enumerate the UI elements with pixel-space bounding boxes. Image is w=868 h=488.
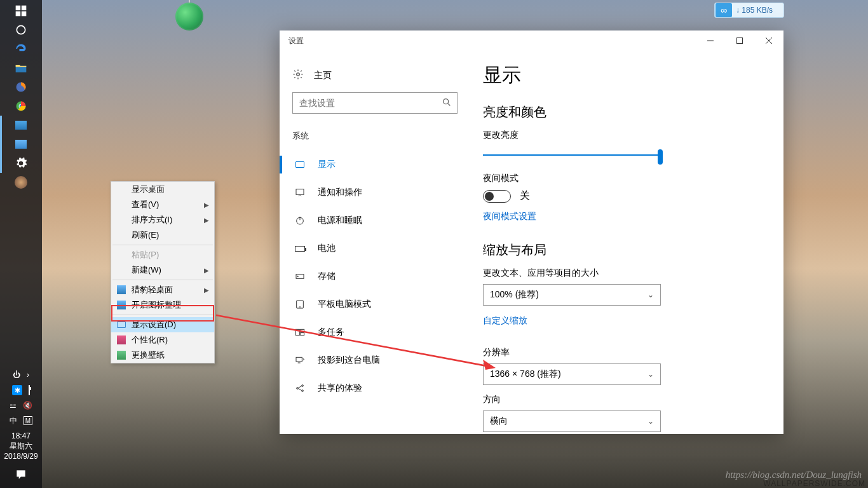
app-icon-1[interactable] (0, 116, 42, 135)
nav-multitask[interactable]: 多任务 (292, 318, 458, 346)
toggle-knob (485, 192, 494, 201)
night-mode-link[interactable]: 夜间模式设置 (483, 211, 536, 222)
ctx-show-desktop[interactable]: 显示桌面 (111, 182, 214, 197)
settings-taskbar-icon[interactable] (0, 154, 42, 173)
svg-point-22 (297, 276, 298, 276)
chevron-right-icon: ▶ (204, 217, 209, 224)
cortana-icon[interactable] (0, 20, 42, 39)
nav-display[interactable]: 显示 (292, 151, 458, 179)
scale-select[interactable]: 100% (推荐)⌄ (483, 284, 661, 306)
personalize-icon (116, 335, 126, 345)
slider-track (483, 154, 661, 156)
close-button[interactable] (754, 30, 783, 51)
search-input[interactable] (293, 93, 457, 113)
network-speed-widget[interactable]: ∞ ↓ 185 KB/s (714, 3, 784, 18)
nav-battery[interactable]: 电池 (292, 234, 458, 262)
explorer-icon[interactable] (0, 58, 42, 78)
separator (112, 280, 213, 280)
globe-decoration (175, 3, 203, 30)
ctx-wallpaper[interactable]: 更换壁纸 (111, 348, 214, 363)
svg-point-4 (17, 25, 25, 34)
chevron-right-icon: ▶ (204, 267, 209, 274)
firefox-icon[interactable] (0, 78, 42, 97)
night-mode-label: 夜间模式 (483, 173, 759, 184)
nav-shared[interactable]: 共享的体验 (292, 374, 458, 402)
ctx-view[interactable]: 查看(V)▶ (111, 197, 214, 212)
clock-date: 2018/9/29 (4, 451, 37, 461)
taskbar: ⏻› ✱ ⚍🔇 中M 18:47 星期六 2018/9/29 (0, 0, 42, 488)
wifi-icon[interactable]: ⚍ (10, 401, 17, 410)
clock-day: 星期六 (4, 441, 37, 451)
brightness-label: 更改亮度 (483, 130, 759, 141)
tray-row-1[interactable]: ⏻› (0, 367, 42, 383)
desktop-context-menu: 显示桌面 查看(V)▶ 排序方式(I)▶ 刷新(E) 粘贴(P) 新建(W)▶ … (111, 181, 215, 363)
night-mode-toggle[interactable] (483, 190, 511, 203)
slider-thumb[interactable] (658, 149, 663, 165)
maximize-button[interactable] (725, 30, 754, 51)
ctx-sort[interactable]: 排序方式(I)▶ (111, 212, 214, 227)
custom-scale-link[interactable]: 自定义缩放 (483, 315, 527, 327)
ime-row[interactable]: 中M (0, 413, 42, 428)
search-icon (442, 97, 452, 110)
nav-power[interactable]: 电源和睡眠 (292, 207, 458, 234)
ctx-personalize[interactable]: 个性化(R) (111, 332, 214, 348)
chevron-right-icon: ▶ (204, 201, 209, 208)
start-button[interactable] (0, 1, 42, 20)
ime-indicator[interactable]: 中 (10, 416, 17, 426)
edge-icon[interactable] (0, 39, 42, 58)
ctx-display-settings[interactable]: 显示设置(D) (111, 317, 214, 332)
user-avatar-icon[interactable] (0, 173, 42, 192)
orientation-select[interactable]: 横向⌄ (483, 410, 661, 432)
watermark-site: WALLPAPERSWIDE.COM (763, 479, 865, 488)
settings-content: 显示 亮度和颜色 更改亮度 夜间模式 关 夜间模式设置 缩放与布局 更改文本、应… (470, 51, 783, 434)
chevron-down-icon: ⌄ (648, 417, 654, 426)
battery-icon (294, 246, 306, 252)
svg-point-16 (444, 99, 449, 104)
ctx-refresh[interactable]: 刷新(E) (111, 227, 214, 243)
resolution-label: 分辨率 (483, 347, 759, 358)
nav-storage[interactable]: 存储 (292, 262, 458, 290)
nav-tablet[interactable]: 平板电脑模式 (292, 290, 458, 318)
minimize-button[interactable] (696, 30, 725, 51)
gear-icon (292, 69, 304, 82)
tray-app-icon[interactable]: ✱ (12, 385, 22, 395)
notification-icon (294, 187, 306, 198)
tray-row-3[interactable]: ⚍🔇 (0, 398, 42, 413)
chevron-right-icon: ▶ (204, 287, 209, 294)
scale-label: 更改文本、应用等项目的大小 (483, 268, 759, 279)
network-speed-value: 185 KB/s (742, 6, 773, 15)
ctx-icon-arrange[interactable]: 开启图标整理 (111, 297, 214, 313)
nav-notifications[interactable]: 通知和操作 (292, 179, 458, 207)
chrome-icon[interactable] (0, 97, 42, 116)
tablet-icon (294, 299, 306, 309)
app-icon-2[interactable] (0, 135, 42, 154)
multitask-icon (294, 327, 306, 337)
desktop[interactable]: ∞ ↓ 185 KB/s ⏻› ✱ ⚍🔇 中M 18:47 星期六 (0, 0, 868, 488)
action-center-icon[interactable] (0, 465, 42, 484)
toggle-state: 关 (520, 189, 530, 203)
volume-icon[interactable]: 🔇 (23, 401, 32, 410)
ctx-new[interactable]: 新建(W)▶ (111, 262, 214, 278)
ime-mode[interactable]: M (24, 416, 32, 425)
tray-row-2[interactable]: ✱ (0, 383, 42, 398)
brightness-slider[interactable] (483, 146, 661, 164)
chevron-down-icon: ⌄ (648, 290, 654, 299)
svg-rect-27 (301, 333, 304, 336)
power-icon[interactable]: ⏻ (13, 370, 20, 379)
chevron-right-icon[interactable]: › (27, 370, 29, 379)
taskbar-clock[interactable]: 18:47 星期六 2018/9/29 (4, 431, 37, 461)
settings-search[interactable] (292, 92, 458, 114)
svg-rect-0 (16, 6, 21, 11)
svg-line-17 (448, 104, 450, 105)
ctx-paste: 粘贴(P) (111, 247, 214, 262)
grid-icon (116, 300, 126, 310)
ctx-liebao[interactable]: 猎豹轻桌面▶ (111, 282, 214, 297)
battery-icon[interactable] (29, 386, 30, 395)
nav-home[interactable]: 主页 (292, 69, 458, 82)
svg-point-32 (302, 390, 304, 392)
nav-project[interactable]: 投影到这台电脑 (292, 346, 458, 374)
nav-home-label: 主页 (314, 70, 332, 81)
titlebar[interactable]: 设置 (280, 30, 783, 51)
svg-rect-28 (296, 357, 302, 362)
resolution-select[interactable]: 868 × 488 (推荐)⌄ (483, 363, 661, 385)
